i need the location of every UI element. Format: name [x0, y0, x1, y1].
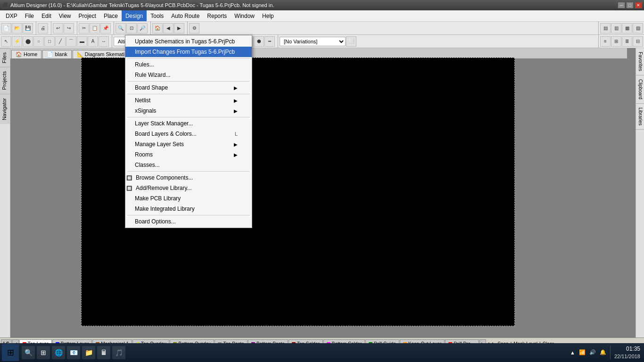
menu-browse-components[interactable]: 🔲 Browse Components... [125, 173, 252, 183]
close-button[interactable]: ✕ [635, 2, 642, 8]
tb2-r4[interactable]: ⊟ [633, 36, 643, 47]
start-button[interactable]: ⊞ [2, 344, 19, 361]
restore-button[interactable]: □ [626, 2, 634, 8]
tb2-dim[interactable]: ↔ [99, 36, 109, 47]
tb-print[interactable]: 🖨 [38, 23, 48, 33]
tb-zoom-fit[interactable]: ⊡ [126, 23, 137, 33]
tb2-text[interactable]: A [88, 36, 98, 47]
tb2-comp[interactable]: □ [44, 36, 55, 47]
menu-view[interactable]: View [55, 10, 75, 21]
tab-blank[interactable]: 📄 blank [42, 50, 71, 58]
tb-extra1[interactable]: ⚙ [189, 23, 199, 33]
tb2-line[interactable]: ╱ [55, 36, 66, 47]
left-sidebar: Files Projects Navigator [0, 48, 10, 337]
menu-update-schematics[interactable]: Update Schematics in Tugas 5-6.PrjPcb [125, 36, 252, 47]
sidebar-tab-libraries[interactable]: Libraries [636, 104, 644, 130]
tb-nav[interactable]: ◀ [163, 23, 173, 33]
menu-add-remove-library[interactable]: 🔲 Add/Remove Library... [125, 183, 252, 193]
menu-project[interactable]: Project [75, 10, 100, 21]
menu-autoroute[interactable]: Auto Route [167, 10, 203, 21]
tb2-r1[interactable]: ≡ [600, 36, 611, 47]
network-icon: 📶 [579, 349, 586, 355]
arrow-icon: ▶ [234, 142, 238, 147]
tb-new[interactable]: 📄 [1, 23, 11, 33]
menu-manage-layer-sets[interactable]: Manage Layer Sets ▶ [125, 139, 252, 149]
menu-classes[interactable]: Classes... [125, 160, 252, 170]
menu-tools[interactable]: Tools [147, 10, 167, 21]
volume-icon: 🔊 [589, 349, 596, 355]
tb-copy[interactable]: 📋 [90, 23, 100, 33]
sidebar-tab-files[interactable]: Files [0, 48, 10, 67]
tb-paste[interactable]: 📌 [100, 23, 111, 33]
tb-home[interactable]: 🏠 [152, 23, 163, 33]
sidebar-tab-clipboard[interactable]: Clipboard [636, 75, 644, 104]
tb-cut[interactable]: ✂ [79, 23, 89, 33]
menu-board-layers[interactable]: Board Layers & Colors... L [125, 129, 252, 139]
tb-right2[interactable]: ▥ [611, 23, 621, 33]
menu-make-integrated[interactable]: Make Integrated Library [125, 204, 252, 214]
menu-dxp[interactable]: DXP [2, 10, 21, 21]
canvas-area[interactable]: 🏠 Home 📄 blank 📐 Diagram Skematik [10, 48, 636, 337]
minimize-button[interactable]: ─ [618, 2, 625, 8]
tab-home[interactable]: 🏠 Home [11, 50, 41, 58]
menu-help[interactable]: Help [258, 10, 278, 21]
taskbar-mail[interactable]: 📧 [67, 346, 80, 359]
menu-place[interactable]: Place [100, 10, 122, 21]
menu-netlist[interactable]: Netlist ▶ [125, 95, 252, 106]
toolbar-secondary: ↖ ⚡ ⬤ ○ □ ╱ ⌒ ▬ A ↔ Altium Standard 2D 3… [0, 35, 644, 48]
tb2-wire[interactable]: ━ [264, 36, 275, 47]
menu-board-options[interactable]: Board Options... [125, 216, 252, 227]
tb2-arc[interactable]: ⌒ [66, 36, 76, 47]
menu-edit[interactable]: Edit [38, 10, 55, 21]
arrow-icon: ▶ [234, 85, 238, 90]
menu-import-changes[interactable]: Import Changes From Tugas 5-6.PrjPcb [125, 47, 252, 57]
taskbar-calc[interactable]: 🖩 [97, 346, 110, 359]
tb-right4[interactable]: ▧ [633, 23, 643, 33]
menu-make-pcb-library[interactable]: Make PCB Library [125, 193, 252, 204]
tb-right3[interactable]: ▦ [622, 23, 632, 33]
tb-save[interactable]: 💾 [23, 23, 33, 33]
tb-right1[interactable]: ▤ [600, 23, 611, 33]
taskbar-folder[interactable]: 📁 [82, 346, 95, 359]
tb2-pointer[interactable]: ↖ [1, 36, 11, 47]
menu-xsignals[interactable]: xSignals ▶ [125, 106, 252, 116]
tb2-route[interactable]: ⚡ [12, 36, 22, 47]
menu-design[interactable]: Design [122, 10, 147, 21]
menu-board-shape[interactable]: Board Shape ▶ [125, 82, 252, 93]
menu-window[interactable]: Window [231, 10, 258, 21]
sidebar-tab-navigator[interactable]: Navigator [0, 94, 10, 124]
taskbar-browser[interactable]: 🌐 [52, 346, 65, 359]
tb2-r3[interactable]: ≣ [622, 36, 632, 47]
notification-icon[interactable]: 🔔 [600, 349, 606, 355]
menu-layer-stack[interactable]: Layer Stack Manager... [125, 118, 252, 129]
menu-file[interactable]: File [21, 10, 38, 21]
sidebar-tab-projects[interactable]: Projects [0, 67, 10, 94]
taskbar-music[interactable]: 🎵 [112, 346, 125, 359]
clock[interactable]: 01:35 22/11/2018 [610, 346, 640, 360]
tb2-pad[interactable]: ⬤ [23, 36, 33, 47]
tb-undo[interactable]: ↩ [53, 23, 63, 33]
tb-zoom-in[interactable]: 🔍 [116, 23, 126, 33]
menu-rooms[interactable]: Rooms ▶ [125, 149, 252, 160]
tb-open[interactable]: 📂 [12, 23, 22, 33]
taskview-btn[interactable]: ⊞ [37, 346, 50, 359]
date-display: 22/11/2018 [614, 353, 640, 360]
tb2-r2[interactable]: ⊞ [611, 36, 621, 47]
up-arrow-icon[interactable]: ▲ [570, 350, 575, 355]
menu-sep-2 [127, 81, 250, 82]
tb2-fill[interactable]: ▬ [77, 36, 87, 47]
menu-rules[interactable]: Rules... [125, 59, 252, 70]
variations-dropdown[interactable]: [No Variations] [280, 37, 346, 46]
tb-nav2[interactable]: ▶ [174, 23, 184, 33]
addlib-icon: 🔲 [126, 186, 132, 191]
tb-redo[interactable]: ↪ [64, 23, 74, 33]
tb2-var1[interactable]: ⬜ [346, 36, 356, 47]
menu-reports[interactable]: Reports [203, 10, 231, 21]
sidebar-tab-favorites[interactable]: Favorites [636, 48, 644, 75]
tb2-3d8[interactable]: ⬢ [254, 36, 264, 47]
workspace: Files Projects Navigator 🏠 Home 📄 blank … [0, 48, 644, 337]
search-taskbar[interactable]: 🔍 [22, 346, 35, 359]
tb2-via[interactable]: ○ [33, 36, 44, 47]
tb-zoom-out[interactable]: 🔎 [137, 23, 148, 33]
menu-rule-wizard[interactable]: Rule Wizard... [125, 70, 252, 80]
